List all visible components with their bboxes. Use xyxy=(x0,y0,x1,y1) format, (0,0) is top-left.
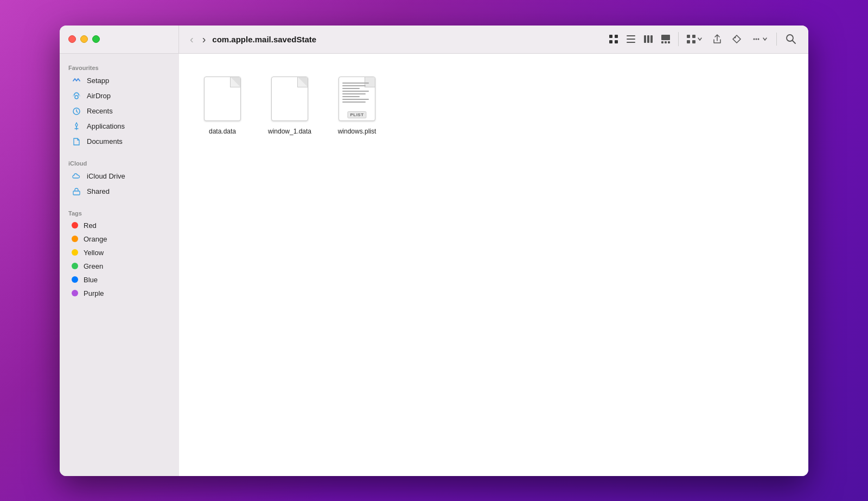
yellow-dot xyxy=(72,249,78,256)
search-icon xyxy=(786,34,796,45)
plist-line-7 xyxy=(342,99,369,100)
plist-line-8 xyxy=(342,102,366,103)
sidebar-item-tag-yellow[interactable]: Yellow xyxy=(63,246,176,259)
more-button[interactable] xyxy=(748,32,771,46)
grid-icon xyxy=(609,34,618,44)
view-controls xyxy=(605,31,800,47)
tags-label: Tags xyxy=(60,206,179,219)
svg-rect-12 xyxy=(665,41,667,43)
svg-rect-2 xyxy=(609,40,612,43)
tag-orange-label: Orange xyxy=(84,235,107,243)
svg-point-18 xyxy=(735,37,736,39)
content-area: Favourites Setapp xyxy=(60,54,808,476)
svg-point-19 xyxy=(754,39,755,40)
svg-rect-9 xyxy=(650,35,653,43)
sidebar-item-icloud-drive[interactable]: iCloud Drive xyxy=(63,169,176,184)
path-title: com.apple.mail.savedState xyxy=(212,35,601,44)
file-item-data-data[interactable]: data.data xyxy=(195,70,250,139)
sidebar-item-tag-purple[interactable]: Purple xyxy=(63,287,176,300)
sidebar-item-setapp[interactable]: Setapp xyxy=(63,73,176,88)
svg-point-21 xyxy=(758,39,760,40)
purple-dot xyxy=(72,290,78,296)
column-view-button[interactable] xyxy=(640,32,656,46)
plist-line-1 xyxy=(342,83,369,84)
minimize-button[interactable] xyxy=(80,35,88,43)
list-icon xyxy=(626,34,636,44)
svg-rect-7 xyxy=(644,35,646,43)
icloud-drive-icon xyxy=(72,172,81,181)
svg-point-25 xyxy=(75,96,78,99)
svg-rect-8 xyxy=(647,35,649,43)
tag-icon xyxy=(732,34,742,44)
svg-rect-0 xyxy=(609,35,612,38)
sidebar-item-applications[interactable]: Applications xyxy=(63,119,176,134)
grid-view-button[interactable] xyxy=(605,32,622,46)
more-chevron-icon xyxy=(762,36,768,42)
search-button[interactable] xyxy=(782,31,800,47)
forward-button[interactable]: › xyxy=(200,31,208,48)
sidebar-item-airdrop[interactable]: AirDrop xyxy=(63,88,176,104)
chevron-down-icon xyxy=(697,36,703,42)
shared-icon xyxy=(72,187,81,196)
svg-rect-15 xyxy=(692,35,695,38)
svg-point-20 xyxy=(756,39,757,40)
close-button[interactable] xyxy=(68,35,76,43)
svg-rect-11 xyxy=(661,41,663,43)
plist-file-shape: PLIST xyxy=(339,77,375,121)
plist-line-4 xyxy=(342,91,369,92)
finder-window: ‹ › com.apple.mail.savedState xyxy=(60,26,808,476)
files-grid: data.data window_1.data xyxy=(179,54,808,476)
sidebar-item-tag-blue[interactable]: Blue xyxy=(63,273,176,287)
tag-button[interactable] xyxy=(729,32,745,46)
more-icon xyxy=(751,34,761,44)
list-view-button[interactable] xyxy=(623,32,639,46)
groupby-icon xyxy=(686,34,696,44)
documents-label: Documents xyxy=(87,137,123,145)
sidebar-item-recents[interactable]: Recents xyxy=(63,104,176,119)
back-button[interactable]: ‹ xyxy=(188,31,196,48)
sidebar-item-documents[interactable]: Documents xyxy=(63,134,176,149)
file-name-windows-plist: windows.plist xyxy=(338,128,376,135)
svg-point-22 xyxy=(787,35,793,41)
tag-red-label: Red xyxy=(84,221,97,230)
tag-purple-label: Purple xyxy=(84,289,104,297)
file-item-window1-data[interactable]: window_1.data xyxy=(263,70,317,139)
recents-icon xyxy=(72,106,81,116)
sidebar-item-tag-red[interactable]: Red xyxy=(63,219,176,232)
svg-rect-3 xyxy=(615,40,618,43)
blue-dot xyxy=(72,276,78,283)
svg-rect-17 xyxy=(692,40,695,43)
gallery-view-button[interactable] xyxy=(658,32,674,46)
file-item-windows-plist[interactable]: PLIST windows.plist xyxy=(330,70,384,139)
plist-line-3 xyxy=(342,88,360,89)
svg-rect-1 xyxy=(615,35,618,38)
sidebar-item-tag-orange[interactable]: Orange xyxy=(63,232,176,246)
sidebar-item-tag-green[interactable]: Green xyxy=(63,259,176,273)
svg-rect-10 xyxy=(661,35,670,40)
file-icon-window1-data xyxy=(268,74,311,123)
setapp-label: Setapp xyxy=(87,77,109,85)
airdrop-label: AirDrop xyxy=(87,92,111,100)
svg-line-23 xyxy=(793,41,795,43)
svg-rect-27 xyxy=(73,191,80,195)
svg-rect-5 xyxy=(627,39,635,40)
maximize-button[interactable] xyxy=(92,35,100,43)
svg-rect-6 xyxy=(627,42,635,43)
traffic-lights xyxy=(68,35,100,43)
svg-rect-14 xyxy=(687,35,690,38)
sidebar: Favourites Setapp xyxy=(60,54,179,476)
setapp-icon xyxy=(72,76,81,86)
recents-label: Recents xyxy=(87,107,113,115)
file-icon-windows-plist: PLIST xyxy=(335,74,379,123)
share-icon xyxy=(712,34,722,44)
share-button[interactable] xyxy=(709,32,725,46)
favourites-label: Favourites xyxy=(60,60,179,73)
icloud-label: iCloud xyxy=(60,156,179,169)
orange-dot xyxy=(72,236,78,242)
documents-icon xyxy=(72,137,81,147)
sidebar-item-shared[interactable]: Shared xyxy=(63,184,176,199)
generic-file-shape xyxy=(204,77,241,121)
group-by-button[interactable] xyxy=(683,32,706,46)
svg-rect-4 xyxy=(627,35,635,36)
file-icon-data-data xyxy=(201,74,244,123)
